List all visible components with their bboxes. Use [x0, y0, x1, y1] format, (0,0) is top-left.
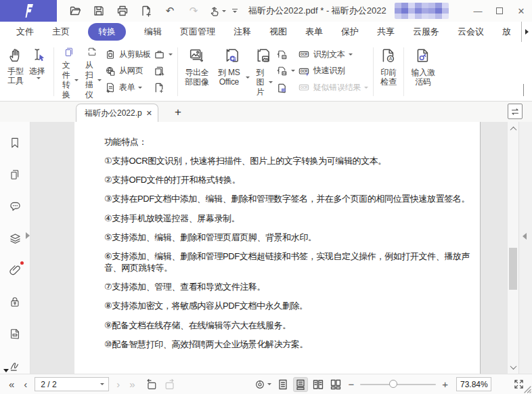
- single-page-view-button[interactable]: [275, 377, 290, 392]
- resize-grip[interactable]: [523, 385, 531, 393]
- first-page-button[interactable]: «: [4, 378, 19, 390]
- page-thumbnails-panel-button[interactable]: [6, 167, 24, 182]
- rotate-view-button[interactable]: [251, 377, 274, 392]
- convert-option-3-button[interactable]: [276, 81, 295, 94]
- dropdown-arrow-icon: [138, 87, 142, 89]
- dropdown-arrow-icon: [349, 53, 353, 56]
- previous-view-button[interactable]: [143, 377, 159, 392]
- touch-mode-button[interactable]: [208, 3, 226, 19]
- print-button[interactable]: [114, 3, 131, 19]
- preflight-button[interactable]: A 印前检查: [377, 44, 400, 100]
- recognize-text-button[interactable]: OCR 识别文本: [298, 47, 368, 61]
- tab-view[interactable]: 视图: [269, 26, 287, 38]
- document-canvas[interactable]: 功能特点： ①支持OCR图文识别，快速将扫描件、图片上的文字转换为可编辑的文本。…: [30, 122, 507, 374]
- zoom-in-button[interactable]: +: [439, 378, 451, 390]
- dropdown-arrow-icon: [37, 77, 41, 79]
- last-page-button[interactable]: »: [125, 378, 139, 390]
- page-plus-button[interactable]: [137, 3, 155, 19]
- close-tab-icon[interactable]: ✕: [146, 109, 152, 118]
- portfolio-button[interactable]: [154, 47, 173, 61]
- file-convert-button[interactable]: 文件转换: [58, 44, 81, 100]
- form-button[interactable]: 表单: [105, 81, 151, 94]
- document-tab[interactable]: 福昕办公2022.pdf * ✕: [76, 104, 158, 122]
- page-number-input[interactable]: [35, 380, 100, 389]
- zoom-out-button[interactable]: −: [345, 378, 357, 390]
- maximize-button[interactable]: [489, 0, 510, 22]
- fullscreen-icon: [514, 379, 524, 389]
- hand-tool-button[interactable]: 手型工具: [4, 44, 27, 100]
- tab-cloud-services[interactable]: 云服务: [413, 26, 439, 38]
- more-panels-button[interactable]: [3, 369, 9, 372]
- undo-button[interactable]: ↶: [161, 3, 179, 19]
- open-button[interactable]: [66, 3, 84, 19]
- dropdown-arrow-icon[interactable]: [100, 383, 104, 385]
- tab-share[interactable]: 共享: [377, 26, 395, 38]
- tab-edit[interactable]: 编辑: [144, 26, 162, 38]
- tab-form[interactable]: 表单: [305, 26, 323, 38]
- continuous-view-button[interactable]: [293, 377, 308, 392]
- attachments-panel-button[interactable]: [6, 263, 24, 278]
- zoom-value-input[interactable]: [457, 378, 491, 391]
- touch-mode-icon: [208, 5, 220, 17]
- convert-option-1-button[interactable]: [276, 47, 295, 61]
- combine-files-button[interactable]: [154, 64, 173, 78]
- tab-page-management[interactable]: 页面管理: [180, 26, 215, 38]
- scroll-down-button[interactable]: [508, 362, 518, 372]
- tab-home[interactable]: 主页: [52, 26, 70, 38]
- zoom-slider[interactable]: [360, 384, 436, 385]
- tab-file[interactable]: 文件: [16, 26, 34, 38]
- right-panel-expand-handle[interactable]: [523, 233, 527, 240]
- zoom-slider-knob[interactable]: [389, 380, 397, 388]
- next-view-button[interactable]: [162, 377, 178, 392]
- facing-view-button[interactable]: [311, 377, 326, 392]
- switch-tabs-button[interactable]: [508, 104, 523, 119]
- tab-protect[interactable]: 保护: [341, 26, 359, 38]
- comments-panel-button[interactable]: [6, 199, 24, 214]
- scrollbar-thumb[interactable]: [509, 248, 517, 290]
- tab-scroll-right-button[interactable]: [521, 22, 532, 42]
- left-panel-expand-handle[interactable]: [26, 232, 30, 239]
- from-scanner-label: 从扫描仪: [83, 60, 102, 100]
- dropdown-arrow-icon: [74, 79, 79, 81]
- quick-recognize-button[interactable]: OCR 快速识别: [298, 64, 368, 78]
- fields-panel-button[interactable]: [6, 326, 24, 341]
- customize-quick-access-button[interactable]: [232, 9, 238, 14]
- page-number-box[interactable]: [35, 377, 109, 391]
- tab-overflow-partial[interactable]: 放: [502, 26, 512, 38]
- from-scanner-button[interactable]: 从扫描仪: [81, 44, 104, 100]
- scroll-up-button[interactable]: [508, 123, 518, 134]
- svg-text:OCR: OCR: [301, 70, 308, 73]
- enter-activation-code-button[interactable]: 输入激活码: [407, 44, 439, 100]
- to-ms-office-button[interactable]: 到 MS Office: [213, 44, 252, 100]
- export-all-images-button[interactable]: 导出全部图像: [181, 44, 213, 100]
- ribbon-tab-bar: 文件 主页 转换 编辑 页面管理 注释 视图 表单 保护 共享 云服务 云会议 …: [0, 22, 532, 42]
- close-button[interactable]: ✕: [510, 0, 532, 22]
- previous-page-button[interactable]: ‹: [19, 378, 32, 390]
- save-button[interactable]: [90, 3, 108, 19]
- next-page-button[interactable]: ›: [112, 378, 125, 390]
- collapse-ribbon-button[interactable]: [523, 85, 524, 97]
- redo-button[interactable]: ↷: [185, 3, 202, 19]
- minimize-button[interactable]: —: [467, 0, 489, 22]
- layers-panel-button[interactable]: [6, 231, 24, 246]
- zoom-value-box[interactable]: [456, 377, 491, 391]
- new-tab-button[interactable]: +: [175, 106, 181, 119]
- tab-cloud-meeting[interactable]: 云会议: [458, 26, 484, 38]
- from-clipboard-button[interactable]: 从剪贴板: [105, 47, 151, 61]
- facing-continuous-view-button[interactable]: [328, 377, 343, 392]
- preflight-label: 印前检查: [379, 68, 398, 87]
- suspected-errors-button[interactable]: OCR 疑似错误结果: [298, 81, 368, 94]
- tab-convert[interactable]: 转换: [88, 23, 126, 41]
- convert-option-2-button[interactable]: [276, 64, 295, 78]
- vertical-scrollbar[interactable]: [507, 122, 518, 374]
- foxit-logo[interactable]: [0, 0, 57, 22]
- pdf-page[interactable]: 功能特点： ①支持OCR图文识别，快速将扫描件、图片上的文字转换为可编辑的文本。…: [74, 122, 481, 374]
- security-panel-button[interactable]: [6, 294, 24, 309]
- from-web-button[interactable]: 从网页: [105, 64, 151, 78]
- quick-ocr-icon: OCR: [298, 66, 310, 76]
- to-image-button[interactable]: 到图片: [252, 44, 275, 100]
- tab-comment[interactable]: 注释: [234, 26, 251, 38]
- select-button[interactable]: 选择: [27, 44, 50, 100]
- bookmarks-panel-button[interactable]: [6, 135, 24, 150]
- blank-page-button[interactable]: [154, 81, 173, 94]
